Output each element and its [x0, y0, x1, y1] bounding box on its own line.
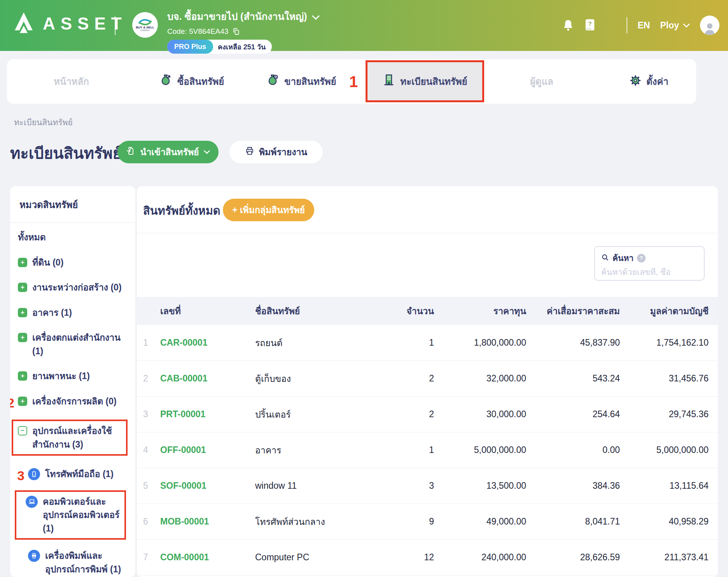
sidebar-item[interactable]: เครื่องพิมพ์และอุปกรณ์การพิมพ์ (1): [28, 549, 130, 576]
header-divider: [115, 16, 116, 35]
row-number: 1: [143, 337, 160, 348]
table-row[interactable]: 2CAB-00001ตู้เก็บของ232,000.00543.2431,4…: [137, 361, 718, 397]
tab-home[interactable]: หน้าหลัก: [54, 59, 89, 104]
user-menu[interactable]: Ploy: [660, 20, 690, 31]
asset-depreciation: 254.64: [526, 409, 620, 420]
sidebar-item[interactable]: 2+เครื่องจักรการผลิต (0): [18, 395, 130, 408]
add-asset-group-button[interactable]: + เพิ่มกลุ่มสินทรัพย์: [223, 199, 314, 221]
gear-icon: [629, 74, 642, 89]
sidebar-item-label: ที่ดิน (0): [32, 256, 63, 269]
expand-plus-icon[interactable]: +: [18, 258, 27, 267]
company-logo-text: BUY & SELL: [136, 26, 154, 29]
tab-sell-assets[interactable]: ขายสินทรัพย์: [266, 59, 336, 104]
table-row[interactable]: 5SOF-00001window 11313,500.00384.3613,11…: [137, 468, 718, 504]
sidebar-item-label: เครื่องพิมพ์และอุปกรณ์การพิมพ์ (1): [45, 549, 130, 576]
asset-code-link[interactable]: MOB-00001: [160, 516, 255, 527]
annotation-box-registry-tab: ทะเบียนสินทรัพย์: [366, 60, 484, 102]
search-help-icon[interactable]: ?: [637, 254, 646, 262]
asset-book-value: 5,000,000.00: [620, 445, 709, 455]
sidebar-item[interactable]: +เครื่องตกแต่งสำนักงาน (1): [18, 331, 130, 358]
expand-plus-icon[interactable]: +: [18, 283, 27, 292]
asset-code-link[interactable]: SOF-00001: [160, 481, 255, 491]
asset-depreciation: 543.24: [526, 373, 620, 384]
sidebar-item[interactable]: ทั้งหมด: [18, 231, 130, 244]
row-number: 3: [143, 409, 160, 420]
import-file-icon: [126, 146, 135, 158]
tab-settings[interactable]: ตั้งค่า: [629, 59, 668, 104]
table-row[interactable]: 1CAR-00001รถยนต์11,800,000.0045,837.901,…: [137, 325, 718, 361]
search-box: ค้นหา ?: [594, 246, 705, 281]
table-row[interactable]: 7COM-00001Computer PC12240,000.0028,626.…: [137, 540, 718, 575]
language-selector[interactable]: EN: [637, 20, 650, 31]
company-selector[interactable]: บจ. ซื้อมาขายไป (สำนักงานใหญ่): [167, 9, 320, 24]
asset-code-link[interactable]: CAR-00001: [160, 337, 255, 348]
sidebar-item-label: งานระหว่างก่อสร้าง (0): [32, 281, 122, 294]
asset-code-link[interactable]: OFF-00001: [160, 445, 255, 455]
avatar[interactable]: [700, 16, 719, 35]
apps-grid-icon[interactable]: [606, 20, 616, 31]
table-row[interactable]: 6MOB-00001โทรศัพท์ส่วนกลาง949,000.008,04…: [137, 504, 718, 540]
expand-plus-icon[interactable]: +: [18, 397, 27, 406]
expand-plus-icon[interactable]: +: [18, 371, 27, 381]
brand-logo[interactable]: ASSET: [12, 11, 127, 37]
table-row[interactable]: 3PRT-00001ปริ้นเตอร์230,000.00254.6429,7…: [137, 397, 718, 432]
asset-depreciation: 384.36: [526, 481, 620, 491]
asset-quantity: 1: [355, 445, 434, 455]
asset-table: เลขที่ ชื่อสินทรัพย์ จำนวน ราคาทุน ค่าเส…: [137, 297, 718, 575]
sidebar-item[interactable]: −อุปกรณ์และเครื่องใช้สำนักงาน (3): [12, 420, 128, 456]
asset-category-panel: หมวดสินทรัพย์ ทั้งหมด+ที่ดิน (0)+งานระหว…: [10, 186, 135, 577]
tab-buy-assets[interactable]: ซื้อสินทรัพย์: [159, 59, 224, 104]
sidebar-item-label: โทรศัพท์มือถือ (1): [45, 467, 114, 481]
asset-depreciation: 45,837.90: [526, 337, 620, 348]
asset-quantity: 9: [355, 516, 434, 527]
table-row[interactable]: 4OFF-00001อาคาร15,000,000.000.005,000,00…: [137, 432, 718, 468]
sidebar-item-label: เครื่องจักรการผลิต (0): [32, 395, 117, 408]
asset-quantity: 3: [355, 481, 434, 491]
username: Ploy: [660, 20, 679, 31]
asset-code-link[interactable]: PRT-00001: [160, 409, 255, 420]
print-report-button[interactable]: พิมพ์รายงาน: [229, 141, 323, 163]
sidebar-item[interactable]: +อาคาร (1): [18, 306, 130, 320]
copy-icon[interactable]: [232, 28, 240, 35]
sidebar-item[interactable]: +งานระหว่างก่อสร้าง (0): [18, 281, 130, 294]
asset-code-link[interactable]: CAB-00001: [160, 373, 255, 384]
asset-name: รถยนต์: [255, 336, 355, 350]
sidebar-item[interactable]: 3โทรศัพท์มือถือ (1): [28, 467, 130, 481]
asset-book-value: 40,958.29: [620, 516, 709, 527]
col-book-value: มูลค่าตามบัญชี: [620, 304, 709, 318]
money-bag-sell-icon: [266, 73, 280, 90]
page-root: ASSET BUY & SELL COMPANY บจ. ซื้อมาขายไป…: [0, 0, 728, 577]
col-accumulated-depreciation: ค่าเสื่อมราคาสะสม: [526, 304, 620, 318]
search-input[interactable]: [601, 268, 698, 277]
asset-name: ตู้เก็บของ: [255, 372, 355, 386]
asset-depreciation: 8,041.71: [526, 516, 620, 527]
plan-days-remaining: คงเหลือ 251 วัน: [213, 41, 266, 52]
expand-plus-icon[interactable]: +: [18, 333, 27, 342]
sidebar-item[interactable]: +ยานพาหนะ (1): [18, 369, 130, 383]
printer-icon: [28, 550, 40, 562]
expand-plus-icon[interactable]: +: [18, 308, 27, 317]
collapse-minus-icon[interactable]: −: [18, 426, 27, 435]
asset-code-link[interactable]: COM-00001: [160, 552, 255, 563]
asset-book-value: 31,456.76: [620, 373, 709, 384]
col-cost: ราคาทุน: [434, 304, 526, 318]
company-code: Code: 5V864EA43: [167, 27, 228, 36]
tab-asset-registry[interactable]: ทะเบียนสินทรัพย์: [382, 73, 467, 89]
sidebar-item-label: อาคาร (1): [32, 306, 72, 320]
asset-list-title: สินทรัพย์ทั้งหมด: [143, 202, 220, 220]
asset-table-body: 1CAR-00001รถยนต์11,800,000.0045,837.901,…: [137, 325, 718, 575]
sidebar-item[interactable]: +ที่ดิน (0): [18, 256, 130, 269]
asset-quantity: 1: [355, 337, 434, 348]
notification-bell-icon[interactable]: [562, 19, 574, 31]
asset-list-panel: สินทรัพย์ทั้งหมด + เพิ่มกลุ่มสินทรัพย์ ค…: [137, 186, 718, 577]
sidebar-item[interactable]: คอมพิวเตอร์และอุปกรณ์คอมพิวเตอร์ (1): [15, 490, 126, 540]
import-assets-button[interactable]: นำเข้าสินทรัพย์: [117, 141, 219, 163]
asset-depreciation: 0.00: [526, 445, 620, 455]
tab-admin[interactable]: ผู้ดูแล: [530, 59, 553, 104]
asset-name: window 11: [255, 481, 355, 491]
company-name: บจ. ซื้อมาขายไป (สำนักงานใหญ่): [167, 9, 307, 24]
help-manual-icon[interactable]: ?: [584, 19, 596, 32]
printer-icon: [245, 146, 254, 158]
asset-name: อาคาร: [255, 443, 355, 457]
asset-cost: 240,000.00: [434, 552, 526, 563]
